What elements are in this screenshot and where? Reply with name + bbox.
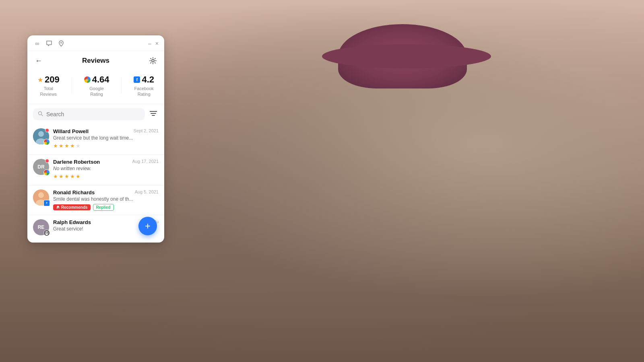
page-header: ← Reviews bbox=[27, 51, 164, 70]
google-rating-value: 4.64 bbox=[92, 74, 109, 85]
reviewer-name: Ralph Edwards bbox=[53, 219, 91, 225]
titlebar-controls: – × bbox=[148, 40, 159, 47]
review-content: Ronald Richards Aug 5, 2021 Smile dental… bbox=[53, 189, 159, 211]
settings-button[interactable] bbox=[147, 55, 159, 66]
minimize-button[interactable]: – bbox=[148, 40, 151, 47]
facebook-rating-value: 4.2 bbox=[142, 74, 154, 85]
titlebar: ∞ – × bbox=[27, 35, 164, 51]
stars-row: ★ ★ ★ ★ ★ bbox=[53, 143, 159, 149]
titlebar-app-icons: ∞ bbox=[33, 39, 65, 47]
review-header: Willard Powell Sept 2, 2021 bbox=[53, 128, 159, 134]
star-5: ★ bbox=[76, 173, 80, 179]
search-container bbox=[27, 104, 164, 124]
review-top: f Ronald Richards Aug 5, 2021 Smile dent… bbox=[33, 189, 159, 211]
google-rating-label: GoogleRating bbox=[89, 86, 103, 97]
star-4: ★ bbox=[70, 143, 75, 149]
close-button[interactable]: × bbox=[155, 40, 159, 47]
svg-point-2 bbox=[39, 111, 42, 115]
avatar-wrap bbox=[33, 128, 49, 144]
total-reviews-label: TotalReviews bbox=[40, 86, 57, 97]
google-icon bbox=[84, 76, 91, 83]
source-google-icon bbox=[43, 169, 50, 176]
facebook-rating-label: FacebookRating bbox=[134, 86, 154, 97]
star-4: ★ bbox=[70, 173, 75, 179]
star-icon: ★ bbox=[37, 76, 43, 84]
review-header: Darlene Robertson Aug 17, 2021 bbox=[53, 159, 159, 165]
stat-divider-2 bbox=[121, 78, 122, 94]
review-top: Willard Powell Sept 2, 2021 Great servic… bbox=[33, 128, 159, 150]
review-top: DR Darlene Robertson Aug 17, 2021 No wri… bbox=[33, 159, 159, 181]
svg-point-11 bbox=[38, 192, 44, 198]
svg-line-3 bbox=[41, 115, 43, 116]
reviewer-name: Ronald Richards bbox=[53, 189, 95, 195]
star-1: ★ bbox=[53, 143, 58, 149]
review-text: No written review. bbox=[53, 166, 159, 171]
facebook-icon: f bbox=[134, 76, 140, 83]
svg-point-8 bbox=[38, 131, 44, 137]
recommends-badge: Recommends bbox=[53, 204, 91, 210]
avatar-wrap: DR bbox=[33, 159, 49, 175]
source-facebook-icon: f bbox=[43, 200, 50, 206]
reviews-widget: ∞ – × ← Reviews bbox=[27, 35, 164, 243]
svg-point-14 bbox=[46, 232, 47, 233]
search-input[interactable] bbox=[46, 111, 140, 117]
replied-badge: Replied bbox=[93, 204, 114, 211]
review-date: Aug 5, 2021 bbox=[135, 189, 159, 194]
chat-icon bbox=[45, 39, 53, 47]
filter-button[interactable] bbox=[148, 108, 159, 120]
avatar-wrap: RE bbox=[33, 219, 49, 235]
review-text: Smile dental was honestly one of th... bbox=[53, 196, 159, 202]
notification-dot bbox=[45, 128, 49, 132]
total-reviews-value: 209 bbox=[45, 74, 60, 85]
page-title: Reviews bbox=[82, 57, 109, 65]
svg-point-15 bbox=[45, 233, 48, 235]
avatar-wrap: f bbox=[33, 189, 49, 206]
back-button[interactable]: ← bbox=[33, 55, 44, 66]
infinity-icon: ∞ bbox=[33, 39, 41, 47]
reviewer-name: Darlene Robertson bbox=[53, 159, 100, 165]
reviewer-name: Willard Powell bbox=[53, 128, 89, 134]
star-3: ★ bbox=[64, 143, 69, 149]
stat-facebook-top: f 4.2 bbox=[134, 74, 154, 85]
location-icon bbox=[57, 39, 65, 47]
review-content: Willard Powell Sept 2, 2021 Great servic… bbox=[53, 128, 159, 150]
search-icon bbox=[38, 111, 43, 117]
list-item[interactable]: DR Darlene Robertson Aug 17, 2021 No wri… bbox=[27, 155, 164, 185]
review-header: Ronald Richards Aug 5, 2021 bbox=[53, 189, 159, 195]
review-date: Sept 2, 2021 bbox=[134, 128, 159, 133]
stat-total-reviews: ★ 209 TotalReviews bbox=[37, 74, 60, 97]
add-review-fab[interactable]: + bbox=[138, 217, 157, 235]
hat-brim-decoration bbox=[322, 44, 491, 68]
list-item[interactable]: Willard Powell Sept 2, 2021 Great servic… bbox=[27, 124, 164, 155]
review-text: Great service but the long wait time... bbox=[53, 135, 159, 141]
review-date: Aug 17, 2021 bbox=[132, 159, 159, 164]
search-input-wrap[interactable] bbox=[33, 108, 145, 120]
stars-row: ★ ★ ★ ★ ★ bbox=[53, 173, 159, 179]
stat-divider-1 bbox=[72, 78, 72, 94]
list-item[interactable]: f Ronald Richards Aug 5, 2021 Smile dent… bbox=[27, 185, 164, 215]
star-2: ★ bbox=[59, 143, 64, 149]
source-google-icon bbox=[43, 139, 50, 145]
star-3: ★ bbox=[64, 173, 69, 179]
star-1: ★ bbox=[53, 173, 58, 179]
svg-point-0 bbox=[61, 42, 62, 43]
star-2: ★ bbox=[59, 173, 64, 179]
svg-point-1 bbox=[152, 60, 154, 62]
stat-google-rating: 4.64 GoogleRating bbox=[84, 74, 109, 97]
review-badges: Recommends Replied bbox=[53, 204, 159, 211]
stat-total-top: ★ 209 bbox=[37, 74, 60, 85]
stat-google-top: 4.64 bbox=[84, 74, 109, 85]
star-5-empty: ★ bbox=[76, 143, 80, 149]
review-content: Darlene Robertson Aug 17, 2021 No writte… bbox=[53, 159, 159, 181]
stat-facebook-rating: f 4.2 FacebookRating bbox=[134, 74, 154, 97]
notification-dot bbox=[45, 159, 49, 163]
stats-row: ★ 209 TotalReviews 4.64 GoogleRating f 4… bbox=[27, 70, 164, 104]
source-generic-icon bbox=[43, 230, 50, 236]
